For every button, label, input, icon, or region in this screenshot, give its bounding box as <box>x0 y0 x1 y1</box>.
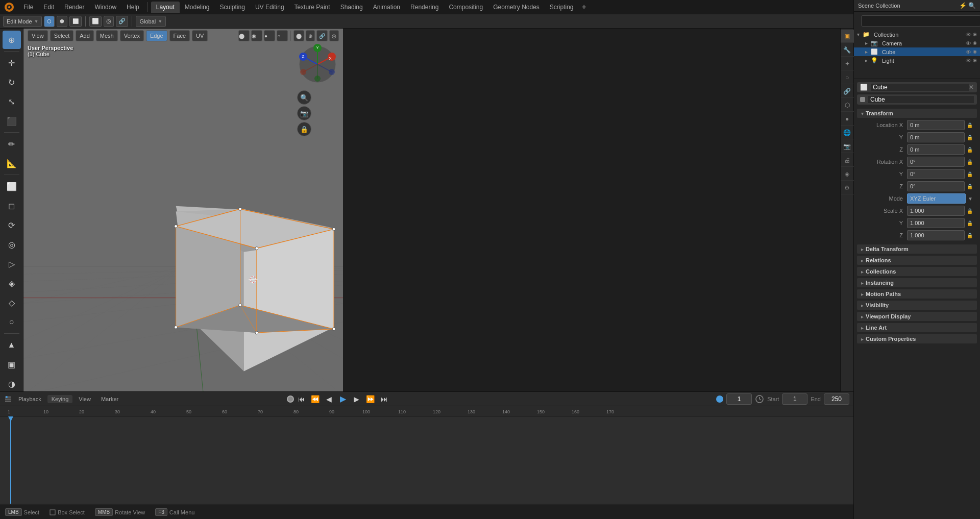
prop-location-z-lock[interactable]: 🔒 <box>967 147 973 153</box>
prop-rotation-z-lock[interactable]: 🔒 <box>967 184 973 189</box>
tool-measure[interactable]: 📐 <box>3 154 21 172</box>
viewport-shading-wireframe[interactable]: ○ <box>277 30 288 41</box>
prop-location-y-lock[interactable]: 🔒 <box>967 135 973 140</box>
tool-rotate[interactable]: ↻ <box>3 73 21 91</box>
outliner-collection-vis[interactable]: 👁 <box>966 32 971 38</box>
xray-btn[interactable]: ⬜ <box>89 16 102 27</box>
snap-btn[interactable]: 🔗 <box>116 16 128 27</box>
view-menu-btn[interactable]: View <box>28 30 48 41</box>
outliner-item-light[interactable]: ▸ 💡 Light 👁 ◉ <box>854 56 980 65</box>
prop-tab-constraints[interactable]: 🔗 <box>841 85 854 98</box>
outliner-light-vis[interactable]: 👁 <box>966 58 971 64</box>
prop-visibility-header[interactable]: ▸ Visibility <box>857 301 977 310</box>
vertex-menu-btn[interactable]: Vertex <box>120 30 144 41</box>
prop-mode-value[interactable]: XYZ Euler <box>907 193 966 204</box>
prop-tab-render[interactable]: 📷 <box>841 140 854 153</box>
tool-scale[interactable]: ⤡ <box>3 92 21 111</box>
prop-location-y-value[interactable]: 0 m <box>907 132 965 142</box>
prop-object-header[interactable]: ⬜ ✕ <box>857 82 977 92</box>
prop-tab-view-layer[interactable]: ◈ <box>841 167 854 181</box>
tool-move[interactable]: ✛ <box>3 54 21 72</box>
keyframe-dot[interactable] <box>716 396 723 403</box>
prop-scale-z-value[interactable]: 1.000 <box>907 230 965 240</box>
mesh-menu-btn[interactable]: Mesh <box>96 30 118 41</box>
tab-sculpting[interactable]: Sculpting <box>215 2 250 13</box>
current-frame-input[interactable] <box>726 393 752 405</box>
lock-view-btn[interactable]: 🔒 <box>297 122 311 136</box>
proportional-header-btn[interactable]: ◎ <box>329 30 339 41</box>
prop-transform-header[interactable]: ▾ Transform <box>857 109 977 118</box>
prop-options-icon[interactable]: ✕ <box>969 84 974 91</box>
outliner-search-input[interactable] <box>861 15 980 27</box>
timeline-marker-btn[interactable]: Marker <box>97 395 122 403</box>
outliner-item-cube[interactable]: ▸ ⬜ Cube 👁 ◉ <box>854 47 980 56</box>
prev-keyframe-btn[interactable]: ◀ <box>323 393 335 405</box>
prop-tab-physics[interactable]: ○ <box>841 71 854 84</box>
tab-texture-paint[interactable]: Texture Paint <box>289 2 335 13</box>
prop-rotation-y-lock[interactable]: 🔒 <box>967 171 973 177</box>
prop-motion-paths-header[interactable]: ▸ Motion Paths <box>857 289 977 299</box>
prop-viewport-display-header[interactable]: ▸ Viewport Display <box>857 312 977 321</box>
prop-rotation-x-value[interactable]: 0° <box>907 157 965 167</box>
tab-compositing[interactable]: Compositing <box>444 2 488 13</box>
tab-layout[interactable]: Layout <box>151 2 180 13</box>
tool-to-sphere[interactable]: ○ <box>3 313 21 331</box>
vertex-mode-btn[interactable]: ⬡ <box>44 16 55 27</box>
tool-loop-cut[interactable]: ⬜ <box>3 177 21 195</box>
prop-location-z-value[interactable]: 0 m <box>907 144 965 155</box>
timeline-content[interactable] <box>0 416 853 504</box>
next-keyframe-btn[interactable]: ▶ <box>351 393 363 405</box>
start-frame-input[interactable] <box>782 393 807 405</box>
prop-line-art-header[interactable]: ▸ Line Art <box>857 323 977 332</box>
global-dropdown[interactable]: Global ▼ <box>136 16 166 27</box>
tool-bevel[interactable]: ◑ <box>3 375 21 393</box>
prop-tab-world[interactable]: 🌐 <box>841 126 854 139</box>
prop-data-header[interactable] <box>857 94 977 105</box>
tool-poly-build[interactable]: ◻ <box>3 196 21 215</box>
prop-instancing-header[interactable]: ▸ Instancing <box>857 278 977 287</box>
prop-location-x-value[interactable]: 0 m <box>907 120 965 130</box>
outliner-search-btn[interactable]: 🔍 <box>968 2 976 9</box>
prop-tab-output[interactable]: 🖨 <box>841 154 854 167</box>
overlay-btn[interactable]: ⬤ <box>293 30 304 41</box>
zoom-in-btn[interactable]: 🔍 <box>297 90 311 105</box>
outliner-item-collection[interactable]: ▾ 📁 Collection 👁 ◉ <box>854 30 980 39</box>
face-mode-btn[interactable]: ⬜ <box>69 16 82 27</box>
menu-file[interactable]: File <box>18 2 38 13</box>
add-workspace-button[interactable]: + <box>579 3 590 12</box>
viewport-shading-solid[interactable]: ⬤ <box>238 30 250 41</box>
prop-rotation-y-value[interactable]: 0° <box>907 169 965 179</box>
tab-scripting[interactable]: Scripting <box>545 2 579 13</box>
mode-dropdown[interactable]: Edit Mode ▼ <box>3 16 42 27</box>
tool-inset[interactable]: ▣ <box>3 355 21 374</box>
prop-tab-scene[interactable]: ⚙ <box>841 181 854 194</box>
prop-scale-x-value[interactable]: 1.000 <box>907 206 965 216</box>
proportional-edit-btn[interactable]: ◎ <box>104 16 114 27</box>
tool-edge-slide[interactable]: ▷ <box>3 255 21 273</box>
tab-modeling[interactable]: Modeling <box>180 2 215 13</box>
outliner-camera-sel[interactable]: ◉ <box>973 40 977 46</box>
prop-tab-object-data[interactable]: ⬡ <box>841 98 854 112</box>
timeline-keying-btn[interactable]: Keying <box>47 395 73 403</box>
tab-geometry-nodes[interactable]: Geometry Nodes <box>488 2 545 13</box>
prev-frame-btn[interactable]: ⏪ <box>309 393 322 405</box>
menu-window[interactable]: Window <box>89 2 121 13</box>
select-menu-btn[interactable]: Select <box>50 30 74 41</box>
outliner-light-sel[interactable]: ◉ <box>973 58 977 64</box>
record-btn[interactable] <box>287 396 294 403</box>
prop-tab-material[interactable]: ● <box>841 112 854 126</box>
timeline-playback-btn[interactable]: Playback <box>14 395 45 403</box>
snap-header-btn[interactable]: 🔗 <box>316 30 328 41</box>
prop-data-name-input[interactable] <box>868 96 974 103</box>
prop-rotation-x-lock[interactable]: 🔒 <box>967 159 973 165</box>
outliner-collection-sel[interactable]: ◉ <box>973 32 977 38</box>
menu-render[interactable]: Render <box>59 2 89 13</box>
add-menu-btn[interactable]: Add <box>76 30 94 41</box>
face-menu-btn[interactable]: Face <box>169 30 190 41</box>
end-frame-input[interactable] <box>824 393 849 405</box>
tool-smooth[interactable]: ◎ <box>3 235 21 254</box>
prop-location-x-lock[interactable]: 🔒 <box>967 122 973 128</box>
play-btn[interactable]: ▶ <box>337 393 349 405</box>
tool-transform[interactable]: ⬛ <box>3 112 21 130</box>
timeline-playhead[interactable] <box>10 416 11 504</box>
